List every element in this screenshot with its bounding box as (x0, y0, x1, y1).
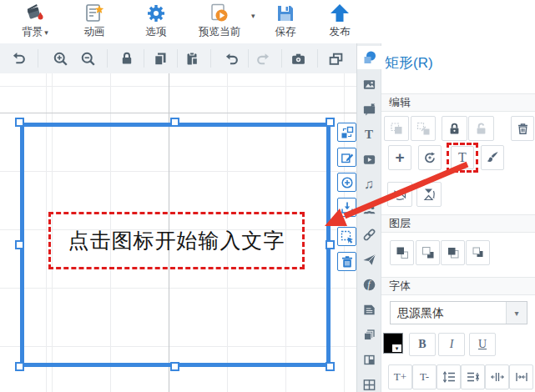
resize-handle-s[interactable] (170, 362, 179, 371)
insert-text-button[interactable]: T (451, 146, 474, 169)
text-placeholder-box[interactable]: 点击图标开始输入文字 (48, 212, 305, 269)
sidebar-tab-grid[interactable] (357, 373, 381, 392)
ungroup-button[interactable] (411, 116, 436, 141)
sidebar-tab-layout[interactable] (357, 348, 381, 371)
background-menu-caret: ▾ (44, 28, 48, 37)
edit-shape-icon (341, 151, 354, 164)
resize-handle-sw[interactable] (15, 362, 24, 371)
decrease-font-size-button[interactable]: T- (412, 364, 437, 389)
resize-handle-ne[interactable] (326, 118, 335, 127)
toolbar-divider (281, 49, 282, 68)
rotate-animation-button[interactable] (418, 145, 442, 170)
sidebar-tab-image[interactable] (357, 73, 381, 96)
publish-button[interactable]: 发布 (316, 2, 363, 42)
group-button[interactable] (384, 116, 409, 141)
plane-icon (362, 253, 376, 267)
copy-icon[interactable] (150, 48, 170, 68)
unlock-object-button[interactable] (468, 116, 494, 141)
sidebar-tab-roles[interactable] (357, 198, 381, 221)
lock-icon[interactable] (117, 48, 137, 68)
save-button[interactable]: 保存 (262, 2, 309, 42)
ungroup-icon (416, 122, 431, 136)
sidebar-tab-text[interactable]: T (357, 123, 381, 146)
import-to-shape-icon (341, 201, 354, 214)
preview-menu-caret[interactable]: ▾ (251, 12, 255, 20)
text-tool-icon: T (365, 128, 373, 142)
send-backward-button[interactable] (466, 240, 490, 265)
char-spacing-decrease-button[interactable] (509, 364, 533, 389)
font-color-caret-icon: ▾ (396, 345, 399, 352)
group-icon (390, 122, 404, 136)
zoom-to-shape-button[interactable] (337, 173, 356, 192)
undo-icon[interactable] (221, 48, 241, 68)
resize-handle-n[interactable] (170, 118, 179, 127)
select-region-button[interactable] (337, 227, 356, 246)
line-spacing-increase-button[interactable] (437, 364, 461, 389)
flip-vertical-button[interactable] (416, 182, 442, 207)
edit-shape-button[interactable] (337, 148, 356, 167)
lock-object-button[interactable] (442, 116, 467, 141)
insert-text-icon: T (458, 150, 467, 165)
sidebar-tab-camera-path[interactable] (357, 248, 381, 271)
save-label: 保存 (275, 25, 296, 38)
bring-forward-icon (447, 246, 460, 259)
underline-label: U (478, 338, 487, 351)
publish-icon (329, 2, 351, 25)
editing-canvas[interactable]: 点击图标开始输入文字 (0, 73, 356, 392)
toolbar-divider (38, 49, 38, 68)
bold-button[interactable]: B (409, 333, 436, 356)
options-button[interactable]: 选项 (133, 2, 179, 42)
sidebar-tab-shapes[interactable] (357, 46, 381, 69)
sidebar-tab-notes[interactable] (357, 298, 381, 321)
paste-icon[interactable] (182, 48, 202, 68)
char-spacing-increase-button[interactable] (485, 364, 509, 389)
font-color-button[interactable]: ▾ (383, 333, 403, 354)
bring-forward-button[interactable] (441, 240, 465, 265)
sidebar-tab-music[interactable]: ♫ (357, 173, 381, 196)
new-window-icon[interactable] (326, 48, 346, 68)
redo-icon[interactable] (253, 48, 273, 68)
trash-icon (516, 122, 530, 136)
italic-button[interactable]: I (438, 333, 465, 356)
increase-font-size-button[interactable]: T+ (388, 364, 412, 389)
underline-button[interactable]: U (469, 333, 496, 356)
font-section-header: 字体 (381, 277, 535, 295)
zoom-out-icon[interactable] (78, 48, 98, 68)
preview-current-button[interactable]: 预览当前 (190, 2, 249, 42)
import-to-shape-button[interactable] (337, 198, 356, 217)
sidebar-tab-pages[interactable] (357, 323, 381, 346)
toolbar-divider (107, 49, 108, 68)
sidebar-tab-video[interactable] (357, 148, 381, 171)
swap-shape-button[interactable] (337, 123, 356, 142)
options-gear-icon (145, 2, 167, 25)
delete-object-button[interactable] (511, 116, 534, 141)
send-to-back-button[interactable] (416, 240, 440, 265)
flip-horizontal-button[interactable] (387, 182, 412, 207)
increase-size-label: T+ (394, 370, 406, 384)
zoom-to-shape-icon (341, 176, 354, 189)
bring-to-front-button[interactable] (390, 240, 414, 265)
resize-handle-e[interactable] (326, 240, 335, 249)
format-brush-button[interactable] (481, 145, 504, 170)
resize-handle-se[interactable] (326, 362, 335, 371)
flip-vertical-icon (421, 187, 437, 202)
add-shape-button[interactable]: + (388, 145, 411, 170)
background-button[interactable]: 背景▾ (12, 2, 58, 42)
resize-handle-nw[interactable] (15, 118, 24, 127)
delete-shape-button[interactable] (337, 252, 356, 271)
animation-button[interactable]: 动画 (71, 2, 118, 42)
resize-handle-w[interactable] (15, 240, 24, 249)
flash-f-glyph: f (367, 279, 370, 291)
lock-closed-icon (447, 122, 462, 136)
zoom-in-icon[interactable] (50, 48, 70, 68)
font-family-select[interactable]: 思源黑体 ▾ (390, 301, 527, 324)
line-spacing-decrease-button[interactable] (461, 364, 485, 389)
layout-icon (362, 353, 376, 367)
sidebar-tab-whiteboard[interactable] (357, 98, 381, 121)
char-spacing-increase-icon (491, 370, 504, 384)
background-label: 背景 (22, 26, 43, 38)
screenshot-icon[interactable] (288, 48, 308, 68)
reset-view-icon[interactable] (8, 48, 28, 68)
sidebar-tab-link[interactable] (357, 223, 381, 246)
sidebar-tab-flash[interactable]: f (357, 273, 381, 296)
